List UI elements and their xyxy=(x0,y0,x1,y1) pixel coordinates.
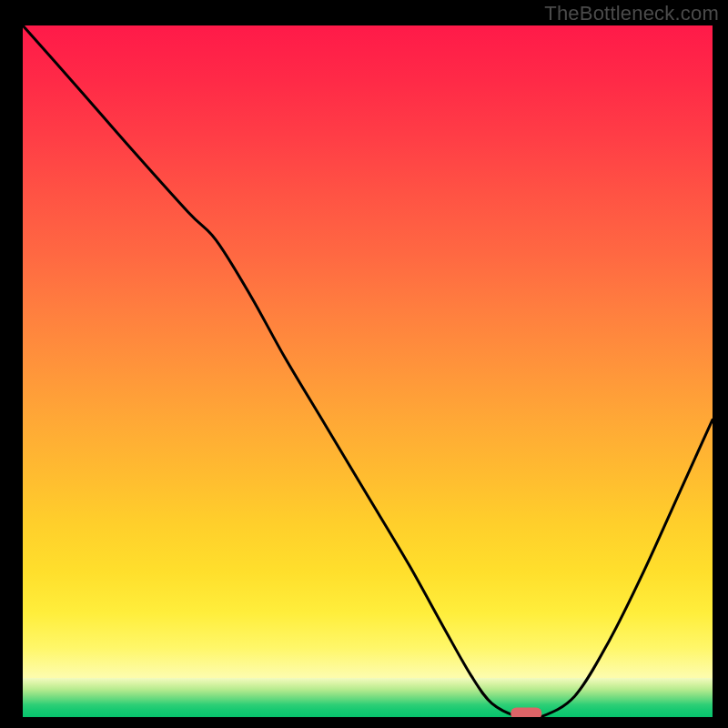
attribution-text: TheBottleneck.com xyxy=(544,2,719,25)
bottleneck-curve xyxy=(23,25,713,717)
chart-frame: TheBottleneck.com xyxy=(0,0,728,728)
optimal-point-marker xyxy=(511,708,541,718)
plot-area xyxy=(23,25,713,717)
